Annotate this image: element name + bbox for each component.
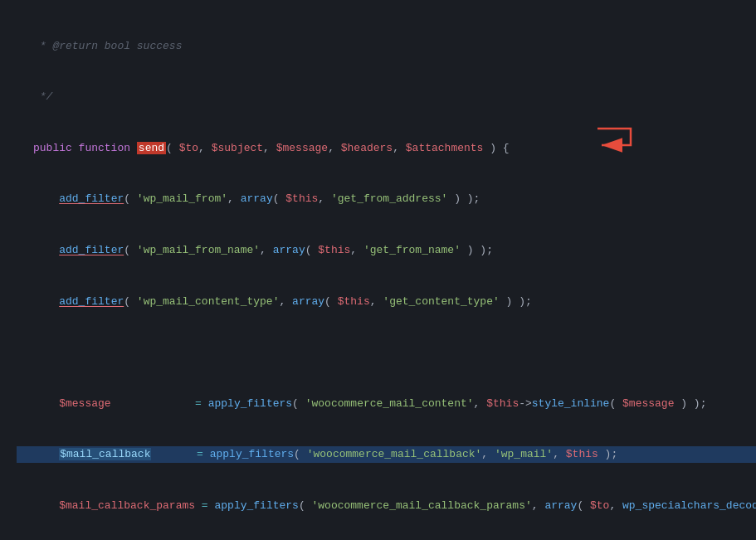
code-editor: * @return bool success */ public functio… xyxy=(0,0,756,540)
line-message-assign: $message = apply_filters( 'woocommerce_m… xyxy=(17,396,756,412)
line-mail-callback-params: $mail_callback_params = apply_filters( '… xyxy=(17,498,756,514)
line-blank-1 xyxy=(17,344,756,361)
line-mail-callback-assign: $mail_callback = apply_filters( 'woocomm… xyxy=(17,446,756,463)
line-add-filter-3: add_filter( 'wp_mail_content_type', arra… xyxy=(17,294,756,310)
line-add-filter-1: add_filter( 'wp_mail_from', array( $this… xyxy=(17,191,756,207)
code-content: * @return bool success */ public functio… xyxy=(0,0,756,540)
line-function-decl: public function send( $to, $subject, $me… xyxy=(17,140,756,157)
line-comment-return: * @return bool success xyxy=(17,38,756,55)
line-add-filter-2: add_filter( 'wp_mail_from_name', array( … xyxy=(17,242,756,259)
line-comment-close: */ xyxy=(17,89,756,105)
